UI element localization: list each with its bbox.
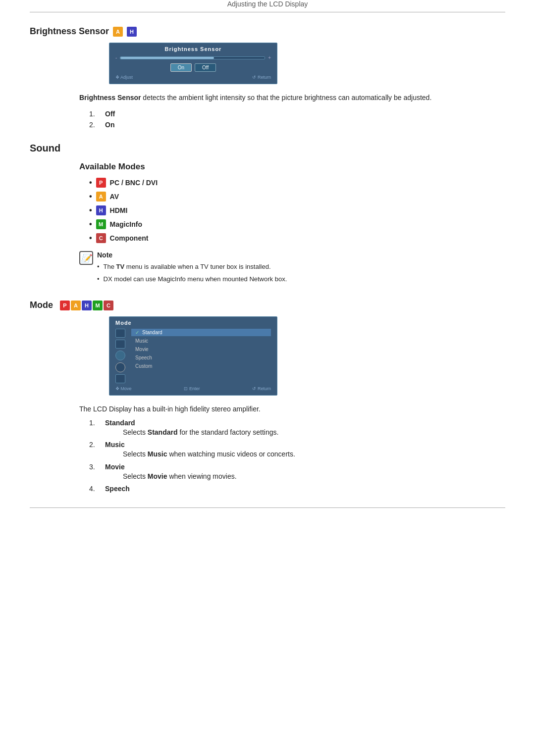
mode-footer-right: ↺ Return [252,386,271,391]
mode-label-component: Component [110,234,149,242]
mode-label-standard: Standard [105,419,278,427]
list-item-magicinfo: M MagicInfo [89,219,495,229]
mode-item-movie: Movie [131,346,271,353]
brightness-sensor-label: Brightness Sensor [30,26,109,37]
note-icon: 📝 [79,251,93,265]
badge-p: P [96,178,106,188]
mode-label-movie: Movie [105,463,237,471]
mode-badge-a: A [71,301,81,310]
osd-slider-plus: + [268,55,271,60]
available-modes-heading: Available Modes [79,162,495,172]
mode-label-av: AV [110,193,119,201]
brightness-sensor-heading: Brightness Sensor A H [30,26,505,37]
mode-item-music: Music [131,337,271,345]
mode-desc-movie: Selects Movie when viewing movies. [123,471,237,482]
mode-osd-items-list: ✓ Standard Music Movie Speech Custom [131,329,271,383]
mode-item-music-label: Music [135,338,148,344]
item-label-off: Off [105,110,115,118]
icon-2 [115,340,125,349]
mode-badge-m: M [93,301,103,310]
mode-badges: P A H M C [60,301,113,310]
note-item-1-text: The TV menu is available when a TV tuner… [104,262,271,272]
osd-slider-minus: - [115,55,117,60]
mode-description: The LCD Display has a built-in high fide… [79,403,495,414]
num-4: 4. [89,485,98,493]
mode-label-hdmi: HDMI [110,206,128,214]
icon-4 [115,362,125,372]
item-label-on: On [105,121,114,129]
brightness-sensor-list: 1. Off 2. On [89,110,495,129]
bottom-divider [30,507,505,508]
brightness-sensor-description: Brightness Sensor detects the ambient li… [79,92,495,103]
badge-a-av: A [96,192,106,202]
osd-btn-on[interactable]: On [170,63,192,72]
mode-osd-title: Mode [115,320,271,326]
mode-label-magicinfo: MagicInfo [110,220,142,228]
badge-h: H [127,27,137,37]
icon-5 [115,374,125,383]
osd-slider-fill [120,57,214,59]
mode-label-pc: PC / BNC / DVI [110,179,158,187]
icon-1 [115,329,125,338]
mode-item-custom: Custom [131,362,271,370]
osd-btn-off[interactable]: Off [195,63,216,72]
mode-item-standard-label: Standard [142,330,162,335]
osd-title: Brightness Sensor [115,46,271,52]
num-1: 1. [89,419,98,427]
list-item-component: C Component [89,233,495,243]
item-num: 2. [89,121,98,129]
note-box: 📝 Note The TV menu is available when a T… [79,251,495,286]
brightness-sensor-desc-rest: detects the ambient light intensity so t… [141,94,431,101]
list-item-hdmi: H HDMI [89,205,495,215]
list-item-pc: P PC / BNC / DVI [89,178,495,188]
list-item-av: A AV [89,192,495,202]
badge-m-magic: M [96,219,106,229]
mode-items-list: 1. Standard Selects Standard for the sta… [89,419,495,493]
mode-desc-standard: Selects Standard for the standard factor… [123,427,278,438]
badge-a: A [113,27,123,37]
mode-badge-p: P [60,301,70,310]
mode-label-music: Music [105,441,295,449]
osd-slider-track [120,56,265,59]
list-item: 2. On [89,121,495,129]
mode-item-custom-label: Custom [135,363,152,369]
mode-item-speech: Speech [131,354,271,361]
num-3: 3. [89,463,98,471]
mode-list-item-music: 2. Music Selects Music when watching mus… [89,441,495,459]
note-item-2: DX model can use MagicInfo menu when mou… [97,274,287,284]
list-item: 1. Off [89,110,495,118]
badge-c-comp: C [96,233,106,243]
mode-footer-left: ❖ Move [115,386,132,391]
mode-desc-music: Selects Music when watching music videos… [123,449,295,459]
mode-item-speech-label: Speech [135,355,152,360]
mode-footer-mid: ⊡ Enter [184,386,200,391]
mode-osd-icons [115,329,127,383]
available-modes-list: P PC / BNC / DVI A AV H HDMI M MagicInfo… [89,178,495,243]
mode-label: Mode [30,300,53,310]
page-title: Adjusting the LCD Display [30,0,505,12]
mode-item-standard: ✓ Standard [131,329,271,336]
brightness-sensor-desc-bold: Brightness Sensor [79,94,141,101]
brightness-sensor-osd: Brightness Sensor - + On Off ❖ Adjust ↺ … [109,43,277,84]
mode-osd: Mode ✓ Standard Music [109,316,277,396]
osd-footer-left: ❖ Adjust [115,75,133,80]
mode-badge-h: H [82,301,92,310]
note-items-list: The TV menu is available when a TV tuner… [97,262,287,284]
mode-label-speech: Speech [105,485,130,493]
icon-3 [115,351,125,360]
osd-footer-right: ↺ Return [252,75,271,80]
mode-section-heading: Mode P A H M C [30,300,505,310]
mode-list-item-movie: 3. Movie Selects Movie when viewing movi… [89,463,495,482]
note-title: Note [97,251,287,259]
mode-item-movie-label: Movie [135,347,149,352]
mode-list-item-speech: 4. Speech [89,485,495,493]
sound-heading: Sound [30,143,505,154]
item-num: 1. [89,110,98,118]
note-item-1: The TV menu is available when a TV tuner… [97,262,287,272]
note-item-2-text: DX model can use MagicInfo menu when mou… [104,274,287,284]
mode-list-item-standard: 1. Standard Selects Standard for the sta… [89,419,495,438]
mode-badge-c: C [104,301,113,310]
num-2: 2. [89,441,98,449]
badge-h-hdmi: H [96,205,106,215]
